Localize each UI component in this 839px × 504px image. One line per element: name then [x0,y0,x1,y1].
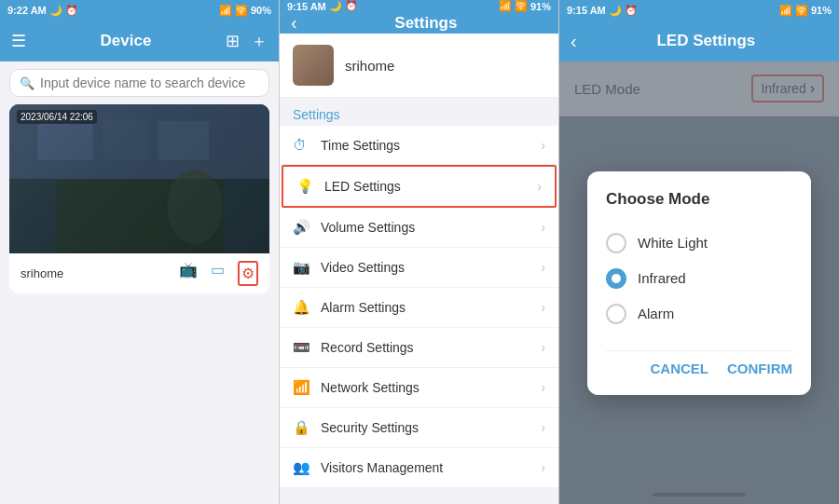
device-name-bar: srihome 📺 ▭ ⚙ [9,253,269,293]
status-bar-3: 9:15 AM 🌙 ⏰ 📶 🛜 91% [559,0,839,20]
signal-icon-2: 📶 [499,0,512,12]
radio-alarm[interactable] [606,304,626,324]
option-alarm[interactable]: Alarm [606,296,792,332]
battery-2: 91% [530,1,551,12]
item-label-led: LED Settings [324,179,537,194]
chevron-security: › [541,420,545,435]
cancel-button[interactable]: CANCEL [651,361,709,376]
moon-icon-2: 🌙 [329,0,342,12]
settings-item-alarm[interactable]: 🔔 Alarm Settings › [280,288,558,328]
wifi-icon: 🛜 [235,5,248,17]
record-icon[interactable]: ▭ [211,261,225,286]
top-bar-2: ‹ Settings [280,12,558,34]
alarm-icon: ⏰ [65,5,78,17]
item-label-network: Network Settings [321,380,541,395]
signal-icon-3: 📶 [779,5,792,17]
panel-settings: 9:15 AM 🌙 ⏰ 📶 🛜 91% ‹ Settings srihome S… [280,0,559,504]
settings-icon[interactable]: ⚙ [238,261,258,286]
grid-icon[interactable]: ⊞ [226,31,240,51]
item-label-volume: Volume Settings [321,220,541,235]
search-icon: 🔍 [20,76,34,90]
settings-item-video[interactable]: 📷 Video Settings › [280,248,558,288]
record-icon-s: 📼 [293,339,311,356]
settings-section-header: Settings [280,98,558,126]
settings-item-network[interactable]: 📶 Network Settings › [280,368,558,408]
label-alarm: Alarm [638,306,674,321]
item-label-time: Time Settings [321,138,541,153]
option-white-light[interactable]: White Light [606,225,792,261]
top-bar-1: ☰ Device ⊞ ＋ [0,20,279,61]
search-bar[interactable]: 🔍 [9,69,269,97]
visitors-icon: 👥 [293,459,311,476]
radio-infrared[interactable] [606,268,626,289]
volume-icon: 🔊 [293,219,311,236]
battery-1: 90% [251,5,271,16]
alarm-icon-3: ⏰ [625,5,638,17]
confirm-button[interactable]: CONFIRM [727,361,792,376]
battery-3: 91% [811,5,832,16]
wifi-icon-3: 🛜 [795,5,808,17]
chevron-record: › [541,340,545,355]
alarm-icon-s: 🔔 [293,299,311,316]
panel2-title: Settings [305,14,547,33]
time-3: 9:15 AM [567,5,606,16]
svg-rect-3 [103,118,149,160]
chevron-video: › [541,260,545,275]
chevron-volume: › [541,220,545,235]
video-icon: 📷 [293,259,311,276]
item-label-security: Security Settings [321,420,541,435]
panel-led-settings: 9:15 AM 🌙 ⏰ 📶 🛜 91% ‹ LED Settings LED M… [559,0,839,504]
settings-list: ⏱ Time Settings › 💡 LED Settings › 🔊 Vol… [280,126,558,488]
chevron-time: › [541,138,545,153]
label-infrared: Infrared [638,270,686,286]
chevron-alarm: › [541,300,545,315]
security-icon: 🔒 [293,419,311,436]
svg-rect-4 [158,121,209,160]
menu-icon[interactable]: ☰ [11,31,26,51]
led-icon: 💡 [296,178,315,195]
svg-rect-7 [9,179,269,253]
status-bar-2: 9:15 AM 🌙 ⏰ 📶 🛜 91% [280,0,558,12]
modal-buttons: CANCEL CONFIRM [606,350,792,376]
time-icon: ⏱ [293,137,311,153]
user-avatar [293,45,334,86]
label-white-light: White Light [638,235,708,251]
item-label-alarm: Alarm Settings [321,300,541,315]
choose-mode-modal: Choose Mode White Light Infrared Alarm C… [587,171,811,395]
settings-item-time[interactable]: ⏱ Time Settings › [280,126,558,165]
device-video: ▶ 2023/06/14 22:06 [9,104,269,253]
panel-device-list: 9:22 AM 🌙 ⏰ 📶 🛜 90% ☰ Device ⊞ ＋ 🔍 [0,0,280,504]
back-button-3[interactable]: ‹ [571,31,577,52]
panel1-title: Device [101,32,152,50]
moon-icon-3: 🌙 [609,5,622,17]
device-name: srihome [21,266,63,280]
radio-white-light[interactable] [606,233,626,253]
item-label-record: Record Settings [321,340,541,355]
settings-item-visitors[interactable]: 👥 Visitors Management › [280,448,558,488]
item-label-visitors: Visitors Management [321,460,541,475]
user-name: srihome [345,58,394,74]
camera-feed [9,104,269,253]
settings-item-led[interactable]: 💡 LED Settings › [282,165,557,208]
settings-item-volume[interactable]: 🔊 Volume Settings › [280,208,558,248]
alarm-icon-2: ⏰ [345,0,358,12]
signal-icon: 📶 [219,5,232,17]
radio-inner-infrared [612,274,621,283]
search-input[interactable] [40,75,259,90]
chevron-visitors: › [541,460,545,475]
svg-rect-2 [37,123,93,160]
option-infrared[interactable]: Infrared [606,261,792,296]
network-icon: 📶 [293,379,311,396]
settings-item-security[interactable]: 🔒 Security Settings › [280,408,558,448]
add-icon[interactable]: ＋ [251,30,268,52]
wifi-icon-2: 🛜 [515,0,528,12]
back-button-2[interactable]: ‹ [291,12,297,34]
device-card: ▶ 2023/06/14 22:06 srihome 📺 ▭ ⚙ [9,104,269,293]
remote-icon[interactable]: 📺 [179,261,198,286]
user-row: srihome [280,34,558,98]
time-1: 9:22 AM [7,5,47,16]
status-bar-1: 9:22 AM 🌙 ⏰ 📶 🛜 90% [0,0,279,20]
video-timestamp: 2023/06/14 22:06 [17,110,97,124]
moon-icon: 🌙 [49,5,62,17]
settings-item-record[interactable]: 📼 Record Settings › [280,328,558,368]
